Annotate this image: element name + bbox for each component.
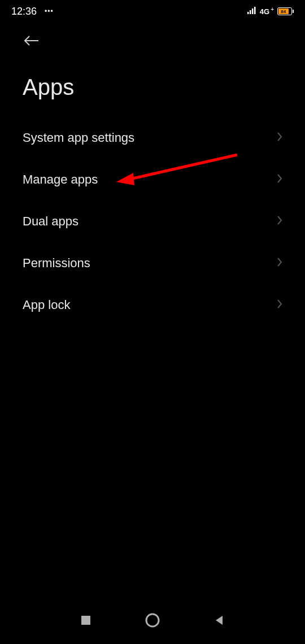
arrow-left-icon <box>23 34 41 47</box>
settings-item-permissions[interactable]: Permissions <box>23 242 282 284</box>
page-title: Apps <box>0 50 305 117</box>
back-button[interactable] <box>23 34 41 50</box>
settings-item-app-lock[interactable]: App lock <box>23 284 282 326</box>
settings-label: Dual apps <box>23 214 79 229</box>
triangle-left-icon <box>213 615 225 626</box>
battery-icon: 84 <box>277 7 294 15</box>
signal-icon <box>247 6 256 16</box>
network-plus-icon: + <box>271 6 274 12</box>
chevron-right-icon <box>277 132 282 144</box>
svg-rect-3 <box>254 7 256 14</box>
chevron-right-icon <box>277 299 282 311</box>
status-dots-icon: ••• <box>45 7 54 15</box>
square-icon <box>80 615 91 626</box>
svg-rect-7 <box>81 616 90 625</box>
svg-marker-9 <box>216 616 223 625</box>
svg-rect-2 <box>252 8 254 14</box>
settings-item-manage-apps[interactable]: Manage apps <box>23 159 282 201</box>
svg-rect-0 <box>247 12 249 14</box>
header <box>0 23 305 50</box>
settings-label: Permissions <box>23 256 90 271</box>
status-bar: 12:36 ••• 4G + 84 <box>0 0 305 23</box>
back-nav-button[interactable] <box>213 615 225 628</box>
settings-label: System app settings <box>23 130 134 145</box>
navigation-bar <box>0 607 305 636</box>
svg-point-8 <box>146 614 159 626</box>
settings-item-system-app-settings[interactable]: System app settings <box>23 117 282 159</box>
chevron-right-icon <box>277 215 282 228</box>
chevron-right-icon <box>277 257 282 269</box>
network-label: 4G <box>260 7 269 16</box>
chevron-right-icon <box>277 173 282 186</box>
circle-icon <box>145 613 160 628</box>
battery-percent: 84 <box>281 9 286 14</box>
svg-rect-1 <box>250 10 251 14</box>
settings-label: Manage apps <box>23 172 98 187</box>
settings-item-dual-apps[interactable]: Dual apps <box>23 201 282 242</box>
home-button[interactable] <box>145 613 160 630</box>
recent-apps-button[interactable] <box>80 615 91 628</box>
settings-list: System app settings Manage apps Dual app… <box>0 117 305 326</box>
status-time: 12:36 <box>11 6 37 18</box>
settings-label: App lock <box>23 298 70 312</box>
